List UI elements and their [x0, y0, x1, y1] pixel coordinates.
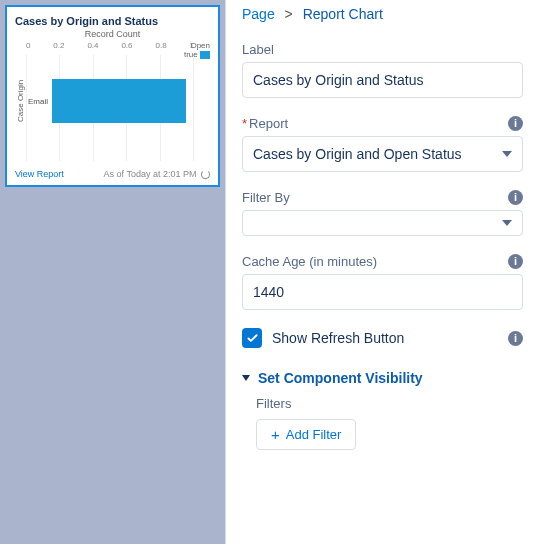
add-filter-button[interactable]: + Add Filter — [256, 419, 356, 450]
as-of-text: As of Today at 2:01 PM — [104, 169, 210, 179]
property-panel: Page > Report Chart Label *Report i Case… — [225, 0, 539, 544]
chart-area: Case Origin 0 0.2 0.4 0.6 0.8 1 Open tru… — [15, 41, 210, 161]
y-axis-label: Case Origin — [15, 41, 26, 161]
field-filter-by: Filter By i — [242, 190, 523, 236]
report-select[interactable]: Cases by Origin and Open Status — [242, 136, 523, 172]
bar-category: Email — [26, 97, 52, 106]
filter-by-select[interactable] — [242, 210, 523, 236]
chart-legend: Open true — [184, 41, 210, 59]
chart-plot: 0 0.2 0.4 0.6 0.8 1 Open true — [26, 41, 210, 161]
view-report-link[interactable]: View Report — [15, 169, 64, 179]
chevron-down-icon — [502, 220, 512, 226]
check-icon — [246, 332, 259, 345]
info-icon[interactable]: i — [508, 331, 523, 346]
refresh-icon[interactable] — [201, 170, 210, 179]
label-label: Label — [242, 42, 523, 57]
show-refresh-label: Show Refresh Button — [272, 330, 404, 346]
chart-title: Cases by Origin and Status — [15, 15, 210, 27]
cache-age-input[interactable] — [242, 274, 523, 310]
breadcrumb: Page > Report Chart — [242, 6, 523, 22]
field-show-refresh: Show Refresh Button i — [242, 328, 523, 348]
bar — [52, 79, 186, 123]
info-icon[interactable]: i — [508, 190, 523, 205]
info-icon[interactable]: i — [508, 254, 523, 269]
label-cache-age: Cache Age (in minutes) — [242, 254, 523, 269]
info-icon[interactable]: i — [508, 116, 523, 131]
breadcrumb-separator: > — [285, 6, 293, 22]
preview-pane: Cases by Origin and Status Record Count … — [0, 0, 225, 544]
show-refresh-checkbox[interactable] — [242, 328, 262, 348]
bar-row: Email — [26, 79, 194, 123]
breadcrumb-root[interactable]: Page — [242, 6, 275, 22]
label-report: *Report — [242, 116, 523, 131]
x-axis-ticks: 0 0.2 0.4 0.6 0.8 1 — [26, 41, 194, 55]
add-filter-label: Add Filter — [286, 427, 342, 442]
label-input[interactable] — [242, 62, 523, 98]
chart-subtitle: Record Count — [15, 29, 210, 39]
report-chart-preview[interactable]: Cases by Origin and Status Record Count … — [5, 5, 220, 187]
breadcrumb-current: Report Chart — [303, 6, 383, 22]
plus-icon: + — [271, 427, 280, 442]
label-filter-by: Filter By — [242, 190, 523, 205]
field-cache-age: Cache Age (in minutes) i — [242, 254, 523, 310]
report-select-value: Cases by Origin and Open Status — [253, 146, 462, 162]
field-label: Label — [242, 42, 523, 98]
filters-label: Filters — [256, 396, 523, 411]
legend-swatch — [200, 51, 210, 59]
visibility-title: Set Component Visibility — [258, 370, 423, 386]
chart-footer: View Report As of Today at 2:01 PM — [15, 169, 210, 179]
visibility-section-header[interactable]: Set Component Visibility — [242, 370, 523, 386]
field-report: *Report i Cases by Origin and Open Statu… — [242, 116, 523, 172]
chevron-down-icon — [242, 375, 250, 381]
chevron-down-icon — [502, 151, 512, 157]
